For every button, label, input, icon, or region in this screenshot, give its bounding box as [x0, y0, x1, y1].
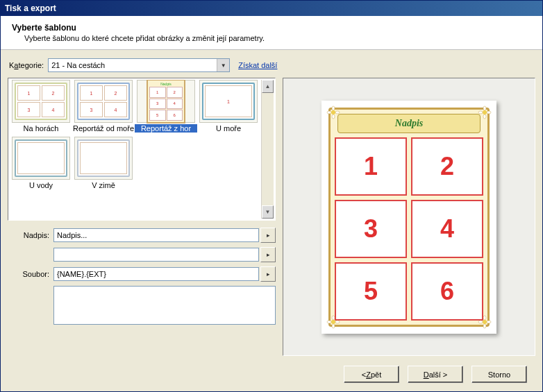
- template-item[interactable]: V zimě: [72, 137, 135, 189]
- template-list: 1234 Na horách 1234 Reportáž od moře Nad…: [8, 78, 276, 221]
- svg-point-6: [483, 106, 486, 110]
- preview-cell: 4: [411, 200, 483, 258]
- scroll-up-icon[interactable]: ▲: [262, 80, 274, 93]
- template-preview-icon: 1234: [74, 80, 133, 123]
- extra-more-button[interactable]: ▸: [260, 247, 276, 262]
- preview-panel: Nadpis 1 2 3 4 5 6: [283, 78, 535, 356]
- category-select[interactable]: 21 - Na cestách ▼: [48, 58, 230, 72]
- print-export-wizard: Tisk a export Vyberte šablonu Vyberte ša…: [0, 0, 543, 392]
- flower-corner-icon: [478, 105, 492, 119]
- template-item[interactable]: 1234 Na horách: [10, 80, 72, 133]
- wizard-body: Kategorie: 21 - Na cestách ▼ Získat dalš…: [1, 50, 542, 391]
- svg-point-0: [331, 110, 335, 114]
- nadpis-input[interactable]: Nadpis...: [53, 228, 259, 242]
- template-label: Na horách: [10, 124, 72, 133]
- svg-point-7: [483, 114, 486, 119]
- wizard-footer: < Zpět Další > Storno: [8, 356, 535, 391]
- preview-cell: 3: [335, 200, 407, 258]
- flower-corner-icon: [326, 315, 340, 329]
- back-button[interactable]: < Zpět: [344, 366, 399, 383]
- scroll-down-icon[interactable]: ▼: [262, 205, 274, 219]
- preview-cell: 5: [335, 262, 407, 321]
- next-button[interactable]: Další >: [408, 366, 463, 383]
- template-label: U moře: [197, 124, 260, 133]
- template-label: Reportáž z hor: [135, 124, 197, 133]
- preview-page: Nadpis 1 2 3 4 5 6: [321, 101, 496, 334]
- svg-point-9: [487, 111, 491, 114]
- template-label: U vody: [10, 181, 72, 189]
- svg-point-13: [327, 321, 331, 323]
- soubor-more-button[interactable]: ▸: [260, 266, 276, 282]
- template-item-selected[interactable]: Nadpis123456 Reportáž z hor: [135, 80, 197, 133]
- main-row: 1234 Na horách 1234 Reportáž od moře Nad…: [8, 78, 535, 356]
- svg-point-5: [483, 110, 487, 114]
- soubor-input[interactable]: {NAME}.{EXT}: [53, 267, 259, 281]
- extra-row: ▸: [8, 247, 276, 262]
- soubor-label: Soubor:: [8, 270, 53, 278]
- get-more-link[interactable]: Získat další: [238, 61, 277, 69]
- window-title: Tisk a export: [1, 1, 542, 16]
- flower-corner-icon: [478, 315, 492, 329]
- template-preview-icon: Nadpis123456: [137, 80, 195, 123]
- category-select-value: 21 - Na cestách: [51, 61, 105, 69]
- left-column: 1234 Na horách 1234 Reportáž od moře Nad…: [8, 78, 276, 356]
- category-label: Kategorie:: [9, 61, 44, 69]
- template-preview-icon: 1: [199, 80, 258, 123]
- template-item[interactable]: U vody: [10, 137, 72, 189]
- svg-point-10: [331, 320, 335, 324]
- svg-point-2: [332, 114, 335, 119]
- soubor-row: Soubor: {NAME}.{EXT} ▸: [8, 266, 276, 282]
- category-row: Kategorie: 21 - Na cestách ▼ Získat dalš…: [9, 58, 535, 72]
- svg-point-11: [332, 316, 335, 320]
- flower-corner-icon: [326, 105, 340, 119]
- svg-point-12: [332, 324, 335, 328]
- template-label: V zimě: [72, 181, 135, 189]
- template-label: Reportáž od moře: [72, 124, 135, 133]
- template-item[interactable]: 1 U moře: [197, 80, 260, 133]
- template-scrollbar[interactable]: ▲ ▼: [261, 80, 274, 219]
- preview-banner: Nadpis: [337, 114, 481, 133]
- extra-input[interactable]: [53, 248, 259, 262]
- svg-point-4: [335, 111, 340, 114]
- template-preview-icon: 1234: [12, 80, 70, 123]
- wizard-step-title: Vyberte šablonu: [12, 23, 531, 33]
- preview-grid: 1 2 3 4 5 6: [335, 137, 483, 321]
- dropdown-arrow-icon: ▼: [217, 59, 229, 71]
- preview-template: Nadpis 1 2 3 4 5 6: [328, 108, 490, 327]
- template-preview-icon: [12, 137, 70, 180]
- svg-point-8: [478, 111, 483, 114]
- cancel-button[interactable]: Storno: [471, 366, 527, 383]
- nadpis-more-button[interactable]: ▸: [260, 228, 276, 243]
- preview-cell: 6: [411, 262, 483, 321]
- svg-point-17: [483, 324, 486, 328]
- svg-point-14: [335, 321, 340, 323]
- svg-point-1: [332, 106, 335, 110]
- preview-cell: 2: [411, 137, 483, 196]
- nadpis-label: Nadpis:: [8, 231, 53, 239]
- template-thumbnails: 1234 Na horách 1234 Reportáž od moře Nad…: [10, 80, 261, 219]
- preview-cell: 1: [335, 137, 407, 196]
- svg-point-18: [478, 321, 483, 323]
- nadpis-row: Nadpis: Nadpis... ▸: [8, 228, 276, 243]
- wizard-step-description: Vyberte šablonu do které chcete přidat o…: [24, 34, 531, 42]
- svg-point-19: [487, 321, 491, 323]
- description-textarea[interactable]: [53, 286, 276, 325]
- template-item[interactable]: 1234 Reportáž od moře: [72, 80, 135, 133]
- template-form: Nadpis: Nadpis... ▸ ▸ Soubor: {NAME}.{EX…: [8, 228, 276, 325]
- wizard-header: Vyberte šablonu Vyberte šablonu do které…: [1, 16, 542, 50]
- svg-point-15: [483, 320, 487, 324]
- template-preview-icon: [74, 137, 133, 180]
- svg-point-16: [483, 316, 486, 320]
- svg-point-3: [327, 111, 331, 114]
